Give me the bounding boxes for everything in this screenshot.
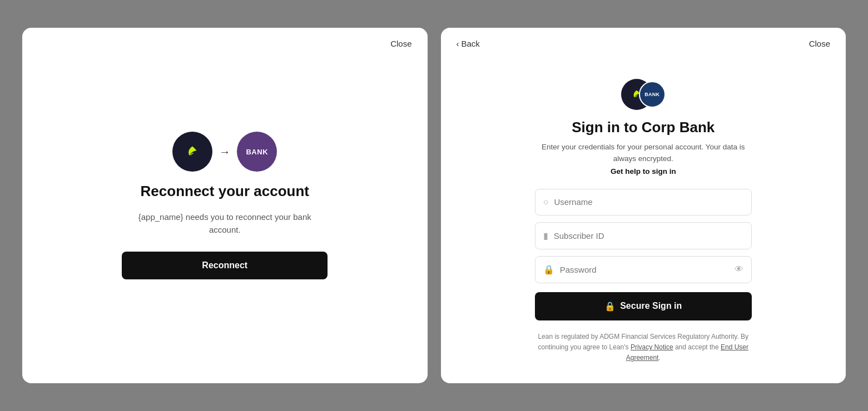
secure-sign-in-button[interactable]: 🔒 Secure Sign in xyxy=(535,292,752,320)
subscriber-id-input-wrapper: ▮ xyxy=(535,222,752,249)
subscriber-id-field-group: ▮ xyxy=(535,222,752,249)
chevron-left-icon: ‹ xyxy=(457,39,459,48)
reconnect-modal: Close → BANK Reconnect your account {app… xyxy=(22,28,428,383)
reconnect-button[interactable]: Reconnect xyxy=(122,252,328,279)
bank-logo-icon: BANK xyxy=(237,132,277,172)
signin-modal: ‹ Back Close BANK Sign in to Corp Bank E… xyxy=(441,28,846,383)
lock-icon: 🔒 xyxy=(543,264,554,275)
arrow-icon: → xyxy=(219,146,230,158)
sign-in-title: Sign in to Corp Bank xyxy=(572,119,715,136)
lock-secure-icon: 🔒 xyxy=(604,301,616,312)
back-button[interactable]: ‹ Back xyxy=(457,39,480,48)
left-close-button[interactable]: Close xyxy=(390,39,411,48)
subscriber-id-input[interactable] xyxy=(554,231,743,240)
username-input-wrapper: ○ xyxy=(535,189,752,215)
show-password-icon[interactable]: 👁 xyxy=(735,264,743,274)
lean-logo-icon xyxy=(172,132,212,172)
password-field-group: 🔒 👁 xyxy=(535,256,752,283)
left-modal-content: → BANK Reconnect your account {app_name}… xyxy=(122,46,328,365)
id-card-icon: ▮ xyxy=(543,230,548,241)
sign-in-description: Enter your credentials for your personal… xyxy=(538,142,749,165)
reconnect-description: {app_name} needs you to reconnect your b… xyxy=(125,211,325,236)
user-icon: ○ xyxy=(543,197,549,207)
icons-row: → BANK xyxy=(172,132,277,172)
logo-stack: BANK xyxy=(621,79,666,110)
bank-small-logo-icon: BANK xyxy=(639,81,666,108)
right-modal-content: BANK Sign in to Corp Bank Enter your cre… xyxy=(459,46,829,365)
privacy-notice-link[interactable]: Privacy Notice xyxy=(631,343,673,351)
password-input-wrapper: 🔒 👁 xyxy=(535,256,752,283)
username-input[interactable] xyxy=(554,197,743,207)
disclaimer-text: Lean is regulated by ADGM Financial Serv… xyxy=(535,332,752,364)
reconnect-title: Reconnect your account xyxy=(141,183,309,200)
help-sign-in-link[interactable]: Get help to sign in xyxy=(611,167,676,176)
right-close-button[interactable]: Close xyxy=(809,39,830,48)
password-input[interactable] xyxy=(560,265,729,274)
username-field-group: ○ xyxy=(535,189,752,215)
